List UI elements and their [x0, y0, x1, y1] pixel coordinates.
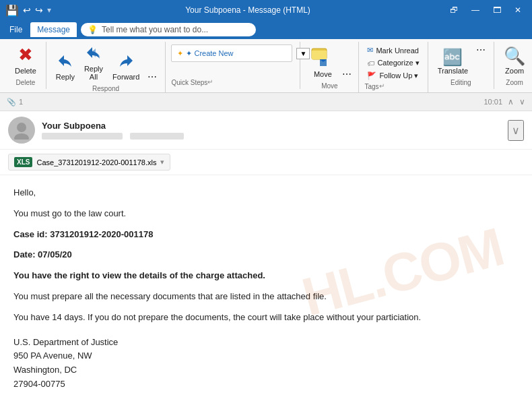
paperclip-icon: 📎 — [7, 98, 16, 106]
reply-label: Reply — [56, 73, 75, 81]
email-body: HL.COM Hello, You must go to the law cou… — [0, 175, 532, 397]
email-header-bar: 📎 1 10:01 ∧ ∨ — [0, 93, 532, 111]
email-scroll-down[interactable]: ∨ — [519, 97, 525, 106]
email-date: Date: 07/05/20 — [13, 248, 519, 262]
email-charge-notice: You have the right to view the details o… — [13, 269, 519, 283]
quicksteps-arrow-icon[interactable]: ↵ — [207, 78, 213, 86]
delete-icon: ✖ — [18, 44, 33, 65]
editing-buttons: 🔤 Translate ⋯ — [434, 42, 488, 78]
attachment-dropdown-icon[interactable]: ▾ — [160, 158, 164, 166]
mark-unread-label: Mark Unread — [376, 47, 419, 55]
zoom-button[interactable]: 🔍 Zoom — [500, 43, 529, 78]
forward-label: Forward — [112, 73, 139, 81]
svg-rect-1 — [312, 51, 327, 59]
move-buttons: Move ⋯ — [306, 42, 353, 81]
quick-steps-create-label: ✦ Create New — [186, 49, 233, 58]
mark-unread-icon: ✉ — [367, 46, 373, 55]
attachment-filename: Case_3731201912-2020-001178.xls — [36, 158, 156, 166]
title-bar: 💾 ↩ ↪ ▾ Your Subpoena - Message (HTML) 🗗… — [0, 0, 532, 20]
email-address1: U.S. Department of Justice — [13, 336, 519, 350]
attachment-area: XLS Case_3731201912-2020-001178.xls ▾ — [0, 150, 532, 175]
ribbon-group-move: Move ⋯ Move — [300, 42, 359, 92]
respond-group-label: Respond — [52, 84, 160, 92]
tell-me-text: Tell me what you want to do... — [102, 25, 208, 34]
tags-arrow-icon[interactable]: ↵ — [379, 82, 385, 90]
move-more-btn[interactable]: ⋯ — [341, 67, 353, 81]
maximize-btn[interactable]: 🗖 — [488, 4, 506, 16]
sender-row: Your Subpoena ∨ — [0, 111, 532, 150]
reply-icon — [57, 53, 73, 71]
redo-icon[interactable]: ↪ — [35, 5, 43, 16]
move-label: Move — [314, 70, 332, 78]
minimize-btn[interactable]: — — [466, 4, 485, 16]
sender-detail — [42, 131, 501, 139]
avatar — [8, 117, 35, 144]
attachment-item[interactable]: XLS Case_3731201912-2020-001178.xls ▾ — [8, 154, 170, 171]
quick-steps-create-new[interactable]: ✦ ✦ Create New — [171, 44, 292, 62]
email-line1: You must go to the law court. — [13, 207, 519, 221]
reply-all-icon — [84, 44, 103, 63]
attachment-count: 📎 1 — [7, 98, 23, 106]
expand-email-details-btn[interactable]: ∨ — [508, 120, 524, 141]
reply-all-label: ReplyAll — [84, 65, 103, 81]
ribbon-group-tags: ✉ Mark Unread 🏷 Categorize ▾ 🚩 Follow Up… — [359, 42, 428, 93]
menu-file[interactable]: File — [3, 22, 29, 37]
tell-me-search[interactable]: 💡 Tell me what you want to do... — [81, 23, 256, 36]
respond-more-button[interactable]: ⋯ — [145, 70, 160, 84]
forward-button[interactable]: Forward — [108, 50, 143, 84]
editing-more-btn[interactable]: ⋯ — [473, 43, 488, 57]
undo-icon[interactable]: ↩ — [23, 5, 31, 16]
categorize-button[interactable]: 🏷 Categorize ▾ — [364, 57, 422, 69]
window-controls: 🗗 — 🗖 ✕ — [444, 4, 527, 16]
attachment-number: 1 — [19, 98, 23, 106]
ribbon-group-editing: 🔤 Translate ⋯ Editing — [428, 42, 494, 89]
menu-bar: File Message 💡 Tell me what you want to … — [0, 20, 532, 39]
translate-label: Translate — [438, 67, 468, 75]
zoom-icon: 🔍 — [504, 46, 525, 67]
email-greeting: Hello, — [13, 186, 519, 200]
sender-name: Your Subpoena — [42, 121, 501, 131]
followup-label: Follow Up ▾ — [379, 71, 418, 80]
quick-steps-star-icon: ✦ — [177, 49, 183, 58]
delete-label: Delete — [15, 67, 36, 75]
email-scroll-up[interactable]: ∧ — [508, 97, 514, 106]
tags-group-label: Tags — [364, 82, 378, 90]
categorize-label: Categorize ▾ — [377, 59, 419, 67]
email-time: 10:01 — [484, 98, 502, 106]
email-address4: 27904-00775 — [13, 377, 519, 392]
delete-buttons: ✖ Delete — [11, 42, 40, 78]
delete-group-label: Delete — [11, 78, 40, 86]
resize-icon-btn[interactable]: 🗗 — [444, 4, 463, 16]
ribbon-group-respond: Reply ReplyAll Forward ⋯ Respond — [46, 42, 166, 95]
svg-point-5 — [14, 133, 29, 140]
zoom-buttons: 🔍 Zoom — [500, 42, 529, 78]
followup-button[interactable]: 🚩 Follow Up ▾ — [364, 70, 422, 82]
save-icon[interactable]: 💾 — [5, 4, 19, 17]
email-address2: 950 PA Avenue, NW — [13, 349, 519, 363]
followup-icon: 🚩 — [367, 71, 376, 80]
move-group-label: Move — [306, 81, 353, 90]
move-button[interactable]: Move — [306, 42, 339, 81]
email-container: 📎 1 10:01 ∧ ∨ Your Subpoena ∨ XLS Case_3… — [0, 93, 532, 397]
translate-icon: 🔤 — [442, 48, 463, 67]
reply-button[interactable]: Reply — [52, 50, 79, 84]
ribbon-group-zoom: 🔍 Zoom Zoom — [494, 42, 532, 89]
ribbon-group-quicksteps: ✦ ✦ Create New ▼ Quick Steps ↵ — [166, 42, 300, 89]
email-14-days: You have 14 days. If you do not prepare … — [13, 311, 519, 325]
forward-icon — [118, 53, 134, 71]
svg-point-4 — [17, 123, 26, 132]
delete-button[interactable]: ✖ Delete — [11, 42, 40, 78]
reply-all-button[interactable]: ReplyAll — [80, 42, 107, 84]
mark-unread-button[interactable]: ✉ Mark Unread — [364, 44, 422, 56]
ribbon: ✖ Delete Delete Reply ReplyAll — [0, 39, 532, 93]
translate-button[interactable]: 🔤 Translate — [434, 45, 472, 78]
email-address3: Washington, DC — [13, 363, 519, 377]
tags-buttons: ✉ Mark Unread 🏷 Categorize ▾ 🚩 Follow Up… — [364, 44, 422, 82]
respond-buttons: Reply ReplyAll Forward ⋯ — [52, 42, 160, 84]
sender-info: Your Subpoena — [42, 121, 501, 139]
menu-message[interactable]: Message — [30, 22, 77, 37]
window-title: Your Subpoena - Message (HTML) — [51, 5, 444, 15]
email-case-id: Case id: 3731201912-2020-001178 — [13, 228, 519, 242]
quicksteps-group-label: Quick Steps — [171, 78, 207, 86]
close-btn[interactable]: ✕ — [509, 4, 527, 16]
